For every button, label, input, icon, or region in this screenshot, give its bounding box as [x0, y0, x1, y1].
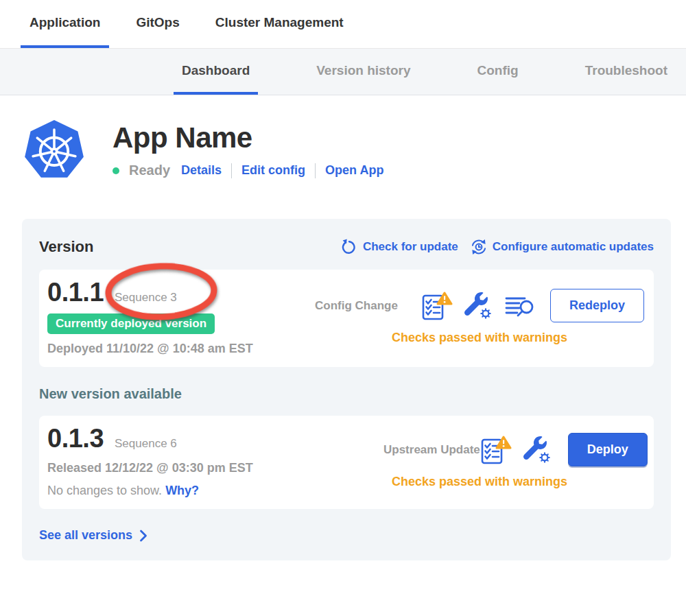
- deployed-version-number: 0.1.1: [47, 278, 104, 307]
- deployed-version-source-label: Config Change: [315, 299, 421, 313]
- available-version-row: 0.1.3 Sequence 6 Released 12/12/22 @ 03:…: [39, 416, 654, 509]
- deployed-version-sequence: Sequence 3: [115, 291, 177, 305]
- edit-config-link[interactable]: Edit config: [241, 163, 305, 178]
- tab-application[interactable]: Application: [21, 0, 109, 48]
- see-all-versions-link[interactable]: See all versions: [39, 528, 654, 543]
- status-ready-dot-icon: [113, 167, 119, 174]
- view-files-icon[interactable]: [504, 291, 535, 321]
- tab-dashboard[interactable]: Dashboard: [174, 49, 258, 95]
- no-changes-text: No changes to show.: [47, 484, 162, 497]
- check-for-update-button[interactable]: Check for update: [341, 239, 458, 255]
- status-label: Ready: [129, 163, 170, 178]
- app-name-title: App Name: [113, 121, 383, 154]
- tab-config[interactable]: Config: [469, 49, 527, 95]
- released-timestamp: Released 12/12/22 @ 03:30 pm EST: [47, 461, 315, 475]
- configure-automatic-updates-button[interactable]: Configure automatic updates: [471, 239, 654, 255]
- check-for-update-label: Check for update: [363, 240, 458, 254]
- edit-config-wrench-gear-icon[interactable]: [462, 291, 494, 321]
- available-version-source-label: Upstream Update: [383, 443, 480, 457]
- available-version-sequence: Sequence 6: [115, 437, 177, 451]
- tab-version-history[interactable]: Version history: [308, 49, 418, 95]
- tab-troubleshoot[interactable]: Troubleshoot: [577, 49, 676, 95]
- deployed-checks-status: Checks passed with warnings: [315, 331, 644, 345]
- deploy-button[interactable]: Deploy: [568, 433, 648, 466]
- divider: [231, 163, 232, 178]
- details-link[interactable]: Details: [181, 163, 222, 178]
- preflight-checks-warning-icon[interactable]: [480, 435, 512, 465]
- currently-deployed-badge: Currently deployed version: [47, 313, 215, 334]
- see-all-versions-label: See all versions: [39, 528, 132, 543]
- deployed-version-row: 0.1.1 Sequence 3 Currently deployed vers…: [39, 270, 654, 367]
- available-checks-status: Checks passed with warnings: [315, 475, 644, 489]
- tab-cluster-management[interactable]: Cluster Management: [206, 0, 353, 48]
- sync-clock-icon: [471, 239, 487, 255]
- app-header: App Name Ready Details Edit config Open …: [24, 116, 686, 185]
- refresh-icon: [341, 239, 357, 255]
- top-nav: Application GitOps Cluster Management: [0, 0, 686, 49]
- kubernetes-logo-icon: [24, 116, 84, 185]
- version-card-title: Version: [39, 238, 93, 256]
- redeploy-button[interactable]: Redeploy: [550, 289, 644, 322]
- available-version-number: 0.1.3: [47, 424, 104, 453]
- tab-gitops[interactable]: GitOps: [127, 0, 188, 48]
- open-app-link[interactable]: Open App: [325, 163, 383, 178]
- configure-automatic-updates-label: Configure automatic updates: [493, 240, 654, 254]
- edit-config-wrench-gear-icon[interactable]: [521, 435, 553, 465]
- sub-nav: Dashboard Version history Config Trouble…: [0, 49, 686, 95]
- new-version-available-heading: New version available: [39, 386, 654, 402]
- deployed-timestamp: Deployed 11/10/22 @ 10:48 am EST: [47, 342, 315, 356]
- chevron-right-icon: [139, 530, 147, 542]
- why-link[interactable]: Why?: [165, 484, 199, 497]
- divider: [315, 163, 316, 178]
- version-card: Version Check for update Configure autom…: [22, 219, 671, 560]
- preflight-checks-warning-icon[interactable]: [421, 291, 453, 321]
